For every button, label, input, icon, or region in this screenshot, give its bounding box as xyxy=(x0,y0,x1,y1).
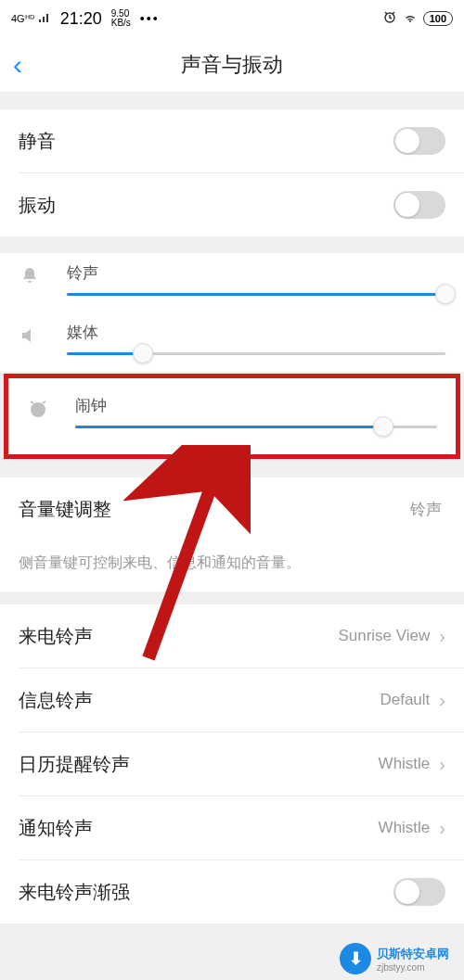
media-slider[interactable] xyxy=(67,352,445,355)
status-bar: 4Gᴴᴰ 21:20 9.50KB/s ••• 100 xyxy=(0,0,464,37)
more-dots: ••• xyxy=(140,11,160,26)
watermark-brand: 贝斯特安卓网 xyxy=(377,946,449,962)
notification-label: 通知铃声 xyxy=(19,816,93,841)
volkey-value: 铃声 xyxy=(410,499,442,520)
alarm-slider-label: 闹钟 xyxy=(75,395,437,416)
page-title: 声音与振动 xyxy=(0,51,464,79)
highlight-box: 闹钟 xyxy=(4,374,460,459)
alarm-slider[interactable] xyxy=(75,426,437,428)
vibrate-toggle[interactable] xyxy=(393,191,445,219)
data-rate: 9.50KB/s xyxy=(111,9,131,28)
mute-row: 静音 xyxy=(0,109,464,172)
volkey-row[interactable]: 音量键调整 铃声 xyxy=(0,477,464,541)
volkey-label: 音量键调整 xyxy=(19,497,111,522)
clock-icon xyxy=(27,398,58,426)
notification-value: Whistle xyxy=(379,819,431,837)
crescendo-row: 来电铃声渐强 xyxy=(0,860,464,923)
wifi-icon xyxy=(403,10,418,27)
incoming-value: Sunrise View xyxy=(338,627,430,645)
message-value: Default xyxy=(380,691,430,709)
calendar-label: 日历提醒铃声 xyxy=(19,752,130,777)
speaker-icon xyxy=(19,325,50,352)
ringtone-slider-label: 铃声 xyxy=(67,262,445,284)
chevron-right-icon: › xyxy=(439,754,445,775)
calendar-ringtone-row[interactable]: 日历提醒铃声 Whistle › xyxy=(0,732,464,795)
volkey-desc: 侧音量键可控制来电、信息和通知的音量。 xyxy=(0,541,464,592)
status-right: 100 xyxy=(382,9,453,28)
watermark: ⬇ 贝斯特安卓网 zjbstyy.com xyxy=(340,943,449,974)
ringtone-slider[interactable] xyxy=(67,293,445,296)
media-slider-label: 媒体 xyxy=(67,322,445,343)
mute-toggle[interactable] xyxy=(393,127,445,155)
incoming-label: 来电铃声 xyxy=(19,624,93,649)
svg-point-1 xyxy=(31,402,45,417)
alarm-slider-row: 闹钟 xyxy=(8,378,456,454)
incoming-ringtone-row[interactable]: 来电铃声 Sunrise View › xyxy=(0,605,464,668)
chevron-right-icon: › xyxy=(439,818,445,839)
notification-ringtone-row[interactable]: 通知铃声 Whistle › xyxy=(0,796,464,859)
message-ringtone-row[interactable]: 信息铃声 Default › xyxy=(0,668,464,732)
media-slider-row: 媒体 xyxy=(0,312,464,372)
vibrate-row: 振动 xyxy=(0,173,464,236)
calendar-value: Whistle xyxy=(379,755,431,773)
ringtone-slider-row: 铃声 xyxy=(0,253,464,312)
watermark-icon: ⬇ xyxy=(340,943,371,974)
vibrate-label: 振动 xyxy=(19,193,56,218)
battery-indicator: 100 xyxy=(423,11,453,26)
message-label: 信息铃声 xyxy=(19,688,93,713)
chevron-right-icon: › xyxy=(439,626,445,647)
status-left: 4Gᴴᴰ 21:20 9.50KB/s ••• xyxy=(11,9,160,29)
chevron-right-icon: › xyxy=(439,690,445,711)
signal-icon xyxy=(38,12,51,25)
crescendo-label: 来电铃声渐强 xyxy=(19,880,130,905)
network-type: 4Gᴴᴰ xyxy=(11,13,34,25)
nav-bar: ‹ 声音与振动 xyxy=(0,37,464,93)
status-time: 21:20 xyxy=(60,9,102,29)
back-button[interactable]: ‹ xyxy=(13,49,22,81)
alarm-icon xyxy=(382,9,397,28)
watermark-url: zjbstyy.com xyxy=(377,962,449,973)
crescendo-toggle[interactable] xyxy=(393,878,445,906)
mute-label: 静音 xyxy=(19,129,56,154)
bell-icon xyxy=(19,265,50,293)
